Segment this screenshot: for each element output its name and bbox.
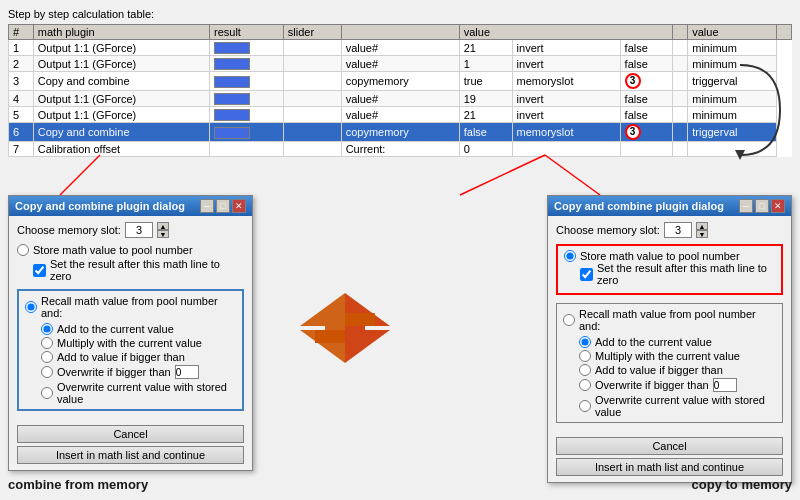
dialog-right-close[interactable]: ✕ xyxy=(771,199,785,213)
cell-col9 xyxy=(673,40,688,56)
cell-plugin: Copy and combine xyxy=(33,123,209,142)
cell-result xyxy=(210,123,284,142)
dialog-left-close[interactable]: ✕ xyxy=(232,199,246,213)
store-radio-row-left: Store math value to pool number xyxy=(17,244,244,256)
overwrite-label-right: Overwrite if bigger than xyxy=(595,379,709,391)
cell-col9 xyxy=(673,107,688,123)
overwrite-val-right[interactable] xyxy=(713,378,737,392)
dialog-right-title: Copy and combine plugin dialog xyxy=(554,200,724,212)
dialog-right-titlebar: Copy and combine plugin dialog ─ □ ✕ xyxy=(548,196,791,216)
cell-col5: copymemory xyxy=(341,123,459,142)
cell-plugin: Output 1:1 (GForce) xyxy=(33,56,209,72)
cell-col5: copymemory xyxy=(341,72,459,91)
add-radio-left[interactable] xyxy=(41,323,53,335)
multiply-label-left: Multiply with the current value xyxy=(57,337,202,349)
slider-bar[interactable] xyxy=(214,76,250,88)
overwrite-val-left[interactable] xyxy=(175,365,199,379)
cell-col5: value# xyxy=(341,40,459,56)
cell-col10: minimum xyxy=(688,40,777,56)
opt3-right: Add to value if bigger than xyxy=(579,364,776,376)
spin-up-right[interactable]: ▲ xyxy=(696,222,708,230)
add-label-left: Add to the current value xyxy=(57,323,174,335)
multiply-radio-right[interactable] xyxy=(579,350,591,362)
store-label-left: Store math value to pool number xyxy=(33,244,193,256)
overwritestored-label-right: Overwrite current value with stored valu… xyxy=(595,394,776,418)
cell-num: 3 xyxy=(9,72,34,91)
addbigger-radio-right[interactable] xyxy=(579,364,591,376)
cell-slider xyxy=(283,40,341,56)
cancel-btn-left[interactable]: Cancel xyxy=(17,425,244,443)
col-slider: slider xyxy=(283,25,341,40)
insert-btn-right[interactable]: Insert in math list and continue xyxy=(556,458,783,476)
bottom-label-left: combine from memory xyxy=(8,477,148,492)
spin-arrows-right: ▲ ▼ xyxy=(696,222,708,238)
col-plugin: math plugin xyxy=(33,25,209,40)
overwritestored-radio-right[interactable] xyxy=(579,400,591,412)
multiply-radio-left[interactable] xyxy=(41,337,53,349)
table-row[interactable]: 6 Copy and combine copymemory false memo… xyxy=(9,123,792,142)
col-empty2 xyxy=(673,25,688,40)
cell-plugin: Output 1:1 (GForce) xyxy=(33,91,209,107)
table-row[interactable]: 4 Output 1:1 (GForce) value# 19 invert f… xyxy=(9,91,792,107)
dialog-left-minimize[interactable]: ─ xyxy=(200,199,214,213)
store-label-right: Store math value to pool number xyxy=(580,250,740,262)
setzero-check-right[interactable] xyxy=(580,268,593,281)
store-recall-group-right: Store math value to pool number Set the … xyxy=(556,244,783,299)
cell-col6: 19 xyxy=(459,91,512,107)
recall-radio-left[interactable] xyxy=(25,301,37,313)
memory-slot-label-right: Choose memory slot: xyxy=(556,224,660,236)
cell-col6: 21 xyxy=(459,107,512,123)
cell-result xyxy=(210,40,284,56)
spin-down-left[interactable]: ▼ xyxy=(157,230,169,238)
dialog-right-minimize[interactable]: ─ xyxy=(739,199,753,213)
recall-label-right: Recall math value from pool number and: xyxy=(579,308,776,332)
cell-col5: value# xyxy=(341,56,459,72)
cell-col7: invert xyxy=(512,107,620,123)
multiply-label-right: Multiply with the current value xyxy=(595,350,740,362)
dialog-left-maximize[interactable]: □ xyxy=(216,199,230,213)
col-empty3 xyxy=(777,25,792,40)
cell-col6: 0 xyxy=(459,142,512,157)
dialog-right-content: Choose memory slot: ▲ ▼ Store math value… xyxy=(548,216,791,433)
overwrite-radio-left[interactable] xyxy=(41,366,53,378)
dialog-left-title: Copy and combine plugin dialog xyxy=(15,200,185,212)
store-radio-left[interactable] xyxy=(17,244,29,256)
overwritestored-label-left: Overwrite current value with stored valu… xyxy=(57,381,236,405)
store-radio-right[interactable] xyxy=(564,250,576,262)
add-label-right: Add to the current value xyxy=(595,336,712,348)
memory-slot-input-left[interactable] xyxy=(125,222,153,238)
setzero-check-left[interactable] xyxy=(33,264,46,277)
spin-down-right[interactable]: ▼ xyxy=(696,230,708,238)
opt5-right: Overwrite current value with stored valu… xyxy=(579,394,776,418)
memory-slot-row-left: Choose memory slot: ▲ ▼ xyxy=(17,222,244,238)
slider-bar[interactable] xyxy=(214,109,250,121)
dialog-right-maximize[interactable]: □ xyxy=(755,199,769,213)
spin-up-left[interactable]: ▲ xyxy=(157,222,169,230)
overwritestored-radio-left[interactable] xyxy=(41,387,53,399)
overwrite-radio-right[interactable] xyxy=(579,379,591,391)
table-row[interactable]: 1 Output 1:1 (GForce) value# 21 invert f… xyxy=(9,40,792,56)
table-row[interactable]: 5 Output 1:1 (GForce) value# 21 invert f… xyxy=(9,107,792,123)
cell-col6: 1 xyxy=(459,56,512,72)
cell-col7: memoryslot xyxy=(512,72,620,91)
memory-slot-label-left: Choose memory slot: xyxy=(17,224,121,236)
memory-slot-input-right[interactable] xyxy=(664,222,692,238)
opt5-left: Overwrite current value with stored valu… xyxy=(41,381,236,405)
slider-bar[interactable] xyxy=(214,93,250,105)
cancel-btn-right[interactable]: Cancel xyxy=(556,437,783,455)
table-row[interactable]: 2 Output 1:1 (GForce) value# 1 invert fa… xyxy=(9,56,792,72)
col-empty1 xyxy=(341,25,459,40)
slider-bar[interactable] xyxy=(214,58,250,70)
insert-btn-left[interactable]: Insert in math list and continue xyxy=(17,446,244,464)
slider-bar[interactable] xyxy=(214,127,250,139)
cell-col8: false xyxy=(620,56,673,72)
add-radio-right[interactable] xyxy=(579,336,591,348)
cell-plugin: Output 1:1 (GForce) xyxy=(33,40,209,56)
store-section-right: Store math value to pool number Set the … xyxy=(556,244,783,295)
table-row[interactable]: 7 Calibration offset Current: 0 xyxy=(9,142,792,157)
slider-bar[interactable] xyxy=(214,42,250,54)
opt4-left: Overwrite if bigger than xyxy=(41,365,236,379)
recall-radio-right[interactable] xyxy=(563,314,575,326)
table-row[interactable]: 3 Copy and combine copymemory true memor… xyxy=(9,72,792,91)
addbigger-radio-left[interactable] xyxy=(41,351,53,363)
